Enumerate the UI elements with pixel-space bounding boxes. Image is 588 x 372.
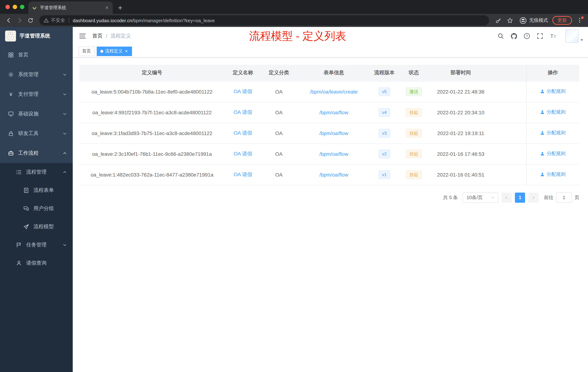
help-icon[interactable]: ?: [523, 33, 531, 40]
form-info-link[interactable]: /bpm/oa/flow: [319, 109, 348, 115]
workflow-icon: [8, 150, 14, 156]
definition-name-link[interactable]: OA 请假: [234, 88, 252, 94]
sidebar-item-label: 任务管理: [26, 242, 47, 248]
avatar-caret-icon: [580, 38, 584, 43]
sidebar-item-首页[interactable]: 首页: [0, 45, 73, 65]
definition-name-link[interactable]: OA 请假: [234, 109, 252, 115]
site-favicon-icon: [32, 5, 37, 10]
assign-rule-link[interactable]: 分配规则: [540, 171, 566, 178]
cell-status: 激活: [398, 81, 430, 102]
definition-name-link[interactable]: OA 请假: [234, 130, 252, 136]
cell-deploy-time: 2022-01-22 20:34:10: [430, 102, 492, 123]
collapse-sidebar-icon[interactable]: [79, 32, 86, 40]
chevron-down-icon: [63, 243, 67, 247]
version-badge: v3: [378, 129, 390, 137]
user-avatar-dropdown[interactable]: [566, 30, 584, 43]
sidebar-item-流程管理[interactable]: 流程管理: [0, 163, 73, 181]
bookmark-star-icon[interactable]: [504, 15, 515, 25]
sidebar-item-任务管理[interactable]: 任务管理: [0, 236, 73, 254]
cell-version: v5: [371, 81, 398, 102]
sidebar-item-流程模型[interactable]: 流程模型: [0, 218, 73, 236]
tag-首页[interactable]: 首页: [79, 46, 94, 56]
cell-definition-id: oa_leave:5:004b710b-7b8a-11ec-8ef0-acde4…: [79, 81, 225, 102]
page-annotation-title: 流程模型 - 定义列表: [73, 27, 523, 45]
current-page-button[interactable]: 1: [515, 192, 525, 203]
form-info-link[interactable]: /bpm/oa/flow: [319, 130, 348, 136]
sidebar-item-基础设施[interactable]: 基础设施: [0, 104, 73, 124]
minimize-window-button[interactable]: [13, 5, 17, 9]
sidebar-item-工作流程[interactable]: 工作流程: [0, 143, 73, 163]
status-badge: 挂起: [406, 129, 422, 137]
font-size-icon[interactable]: TT: [549, 33, 557, 40]
goto-page-input[interactable]: [556, 192, 572, 203]
maximize-window-button[interactable]: [20, 5, 24, 9]
password-key-icon[interactable]: [493, 15, 504, 25]
user-icon: [540, 131, 545, 135]
tag-流程定义[interactable]: 流程定义: [97, 46, 132, 56]
browser-tab[interactable]: 芋道管理系统: [28, 1, 113, 14]
assign-rule-link[interactable]: 分配规则: [540, 151, 566, 157]
goto-page: 前往 页: [544, 192, 579, 203]
definition-name-link[interactable]: OA 请假: [234, 171, 252, 177]
cell-definition-name: OA 请假: [225, 123, 261, 143]
sidebar-item-用户分组[interactable]: 用户分组: [0, 199, 73, 218]
browser-toolbar: 不安全 dashboard.yudao.iocoder.cn/bpm/manag…: [0, 14, 588, 27]
tab-close-icon[interactable]: [105, 5, 109, 10]
filler-cell: [492, 164, 526, 185]
sidebar-item-支付管理[interactable]: ¥支付管理: [0, 85, 73, 104]
sidebar-item-label: 系统管理: [18, 71, 39, 78]
github-icon[interactable]: [510, 33, 517, 40]
form-info-link[interactable]: /bpm/oa/flow: [319, 151, 348, 157]
assign-rule-link[interactable]: 分配规则: [540, 109, 566, 116]
forward-button[interactable]: [15, 15, 25, 25]
cell-form-info: /bpm/oa/flow: [297, 102, 371, 123]
form-info-link[interactable]: /bpm/oa/leave/create: [310, 89, 358, 94]
search-icon[interactable]: [497, 33, 504, 40]
cell-actions: 分配规则: [526, 123, 579, 143]
sidebar-item-label: 流程管理: [26, 169, 47, 175]
sidebar-item-label: 流程表单: [33, 187, 54, 194]
header-actions: ? TT: [497, 30, 584, 43]
sidebar-item-研发工具[interactable]: 研发工具: [0, 124, 73, 143]
column-header-定义编号: 定义编号: [79, 65, 225, 81]
cell-version: v2: [371, 143, 398, 164]
cell-actions: 分配规则: [526, 81, 579, 102]
tab-strip: 芋道管理系统: [0, 0, 588, 14]
cell-version: v4: [371, 102, 398, 123]
filler-column: [492, 65, 526, 81]
back-button[interactable]: [4, 15, 14, 25]
update-button[interactable]: 更新: [552, 16, 572, 25]
fullscreen-icon[interactable]: [536, 33, 544, 40]
sidebar-item-系统管理[interactable]: 系统管理: [0, 65, 73, 85]
reload-button[interactable]: [25, 15, 36, 25]
cell-definition-id: oa_leave:2:3c1f0ef1-76b1-11ec-9c66-a2380…: [79, 143, 225, 164]
next-page-button[interactable]: [528, 192, 538, 203]
tag-close-icon[interactable]: [124, 49, 128, 53]
definition-name-link[interactable]: OA 请假: [234, 151, 252, 156]
browser-menu-icon[interactable]: [575, 15, 584, 25]
close-window-button[interactable]: [5, 5, 10, 9]
assign-rule-link[interactable]: 分配规则: [540, 88, 566, 95]
not-secure-warning-icon[interactable]: [44, 18, 49, 23]
incognito-icon: [520, 17, 526, 24]
new-tab-button[interactable]: [115, 2, 125, 13]
sidebar-item-label: 请假查询: [26, 260, 47, 266]
avatar[interactable]: [566, 30, 578, 43]
goto-suffix: 页: [575, 194, 579, 201]
breadcrumb-home-link[interactable]: 首页: [92, 33, 103, 39]
sidebar-item-流程表单[interactable]: 流程表单: [0, 181, 73, 199]
main-area: 首页 / 流程定义 流程模型 - 定义列表 ?: [73, 27, 588, 372]
incognito-indicator: 无痕模式: [520, 17, 548, 24]
cell-version: v1: [371, 164, 398, 185]
form-info-link[interactable]: /bpm/oa/flow: [319, 172, 348, 177]
cell-actions: 分配规则: [526, 164, 579, 185]
page-size-select[interactable]: 10条/页: [462, 192, 498, 203]
address-bar[interactable]: 不安全 dashboard.yudao.iocoder.cn/bpm/manag…: [39, 15, 489, 25]
url-path: /bpm/manager/definition?key=oa_leave: [132, 18, 215, 23]
tags-view: 首页流程定义: [73, 45, 588, 57]
sidebar-item-请假查询[interactable]: 请假查询: [0, 254, 73, 272]
assign-rule-link[interactable]: 分配规则: [540, 130, 566, 136]
sidebar-item-label: 用户分组: [33, 205, 54, 212]
prev-page-button[interactable]: [502, 192, 512, 203]
user-icon: [540, 110, 545, 115]
